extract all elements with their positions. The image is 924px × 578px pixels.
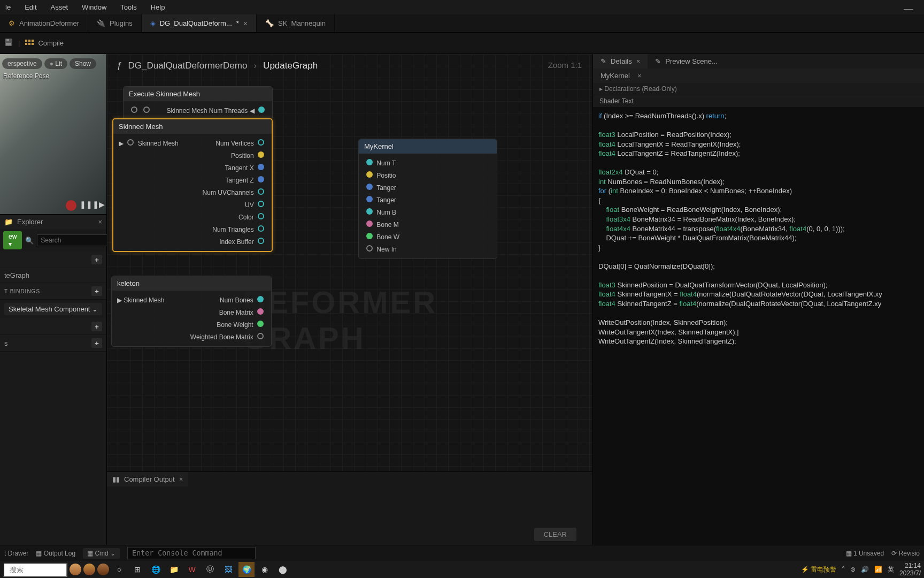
taskbar-icon[interactable] (70, 564, 81, 575)
tray-volume-icon[interactable]: 🔊 (861, 566, 869, 573)
menu-window[interactable]: Window (82, 3, 106, 11)
toolbar: | Compile (0, 33, 924, 54)
tray-network-icon[interactable]: ⊚ (850, 566, 856, 573)
tab-mannequin[interactable]: 🦴SK_Mannequin (257, 14, 335, 32)
compiler-output-tab[interactable]: ▮▮Compiler Output× (107, 472, 188, 486)
viewport-lit[interactable]: ● Lit (44, 58, 67, 69)
svg-rect-1 (6, 43, 11, 45)
tray-chevron-icon[interactable]: ˄ (842, 566, 845, 573)
windows-taskbar: ○ ⊞ 🌐 📁 W Ⓤ 🖼 🌍 ◉ ⬤ ⚡ 雷电预警 ˄ ⊚ 🔊 📶 英 21:… (0, 561, 924, 578)
close-icon[interactable]: × (243, 19, 248, 28)
record-button[interactable] (66, 200, 76, 211)
add-button[interactable]: + (91, 255, 102, 264)
node-title: Execute Skinned Mesh (124, 87, 272, 101)
tab-mykernel[interactable]: MyKernel× (593, 69, 924, 83)
svg-rect-4 (28, 40, 30, 42)
weather-widget[interactable]: ⚡ 雷电预警 (801, 565, 836, 574)
node-title: MyKernel (359, 139, 497, 154)
cortana-icon[interactable]: ○ (111, 562, 127, 577)
close-icon[interactable]: × (98, 218, 102, 226)
svg-rect-2 (6, 39, 9, 41)
details-panel: ✎Details× ✎Preview Scene... MyKernel× ▸ … (592, 54, 924, 546)
wps-icon[interactable]: W (184, 562, 200, 577)
compile-button[interactable]: Compile (25, 39, 64, 47)
taskbar-icon[interactable] (83, 564, 95, 575)
edge-icon[interactable]: 🌐 (148, 562, 164, 577)
tab-plugins[interactable]: 🔌Plugins (88, 14, 142, 32)
obs-icon[interactable]: ⬤ (275, 562, 291, 577)
tab-deformer-graph[interactable]: ◈DG_DualQuatDeform...*× (142, 14, 257, 32)
clock[interactable]: 21:142023/7/ (899, 562, 921, 577)
plug-icon: 🔌 (97, 19, 105, 27)
list-item[interactable]: s+ (0, 335, 106, 352)
step-button[interactable]: ❚▶ (93, 200, 102, 211)
document-tabs: ⚙AnimationDeformer 🔌Plugins ◈DG_DualQuat… (0, 14, 924, 33)
node-title: Skinned Mesh (113, 119, 272, 134)
bindings-header: T BINDINGS+ (0, 283, 106, 300)
graph-item[interactable]: teGraph (0, 268, 106, 283)
scene-icon: ✎ (655, 57, 661, 65)
svg-rect-7 (28, 43, 30, 45)
viewport-perspective[interactable]: erspective (2, 58, 42, 69)
node-skeleton[interactable]: keleton ▶ Skinned MeshNum Bones Bone Mat… (111, 276, 272, 347)
ime-indicator[interactable]: 英 (888, 565, 894, 574)
steam-icon[interactable]: ◉ (257, 562, 273, 577)
photos-icon[interactable]: 🖼 (220, 562, 236, 577)
node-execute-skinned-mesh[interactable]: Execute Skinned Mesh Skinned Mesh Num Th… (123, 86, 273, 120)
declarations-section[interactable]: ▸ Declarations (Read-Only) (593, 83, 924, 95)
svg-rect-3 (25, 40, 27, 42)
pause-button[interactable]: ❚❚ (80, 200, 89, 211)
minimize-button[interactable]: — (904, 3, 913, 14)
taskbar-search[interactable] (3, 562, 67, 577)
node-mykernel[interactable]: MyKernel Num T Positio Tanger Tanger Num… (358, 139, 497, 259)
console-input[interactable] (127, 547, 256, 559)
folder-icon: 📁 (4, 218, 13, 226)
tab-animation-deformer[interactable]: ⚙AnimationDeformer (0, 14, 88, 32)
node-title: keleton (112, 276, 271, 291)
content-drawer-button[interactable]: t Drawer (4, 550, 28, 557)
graph-canvas[interactable]: ƒ DG_DualQuatDeformerDemo › UpdateGraph … (107, 54, 592, 546)
tab-details[interactable]: ✎Details× (593, 54, 648, 69)
close-icon[interactable]: × (637, 72, 642, 80)
unreal-icon[interactable]: Ⓤ (202, 562, 218, 577)
taskview-icon[interactable]: ⊞ (129, 562, 145, 577)
tab-preview-scene[interactable]: ✎Preview Scene... (648, 54, 725, 69)
breadcrumb: ƒ DG_DualQuatDeformerDemo › UpdateGraph (117, 60, 318, 71)
close-icon[interactable]: × (636, 57, 641, 65)
cmd-selector[interactable]: ▦ Cmd ⌄ (83, 548, 120, 559)
output-log-button[interactable]: ▦ Output Log (36, 550, 75, 557)
close-icon[interactable]: × (179, 475, 183, 483)
menu-edit[interactable]: Edit (25, 3, 36, 11)
browser-icon[interactable]: 🌍 (238, 562, 255, 577)
taskbar-icon[interactable] (97, 564, 109, 575)
tray-wifi-icon[interactable]: 📶 (874, 566, 882, 573)
menu-file[interactable]: le (5, 3, 11, 11)
revision-button[interactable]: ⟳ Revisio (891, 550, 920, 557)
menu-asset[interactable]: Asset (51, 3, 68, 11)
menu-help[interactable]: Help (151, 3, 165, 11)
component-binding[interactable]: Skeletal Mesh Component ⌄ (4, 303, 102, 315)
clear-button[interactable]: CLEAR (534, 528, 576, 541)
node-skinned-mesh[interactable]: Skinned Mesh ▶ Skinned MeshNum Vertices … (112, 118, 273, 252)
save-button[interactable] (4, 38, 13, 48)
watermark: DEFORMER GRAPH (243, 284, 476, 356)
shader-text-header: Shader Text (593, 95, 924, 107)
add-button[interactable]: + (91, 322, 102, 331)
details-icon: ✎ (600, 57, 606, 65)
preview-viewport[interactable]: erspective ● Lit Show Reference Pose ❚❚ … (0, 54, 106, 215)
left-panel: erspective ● Lit Show Reference Pose ❚❚ … (0, 54, 107, 546)
breadcrumb-leaf[interactable]: UpdateGraph (263, 60, 318, 71)
bars-icon: ▮▮ (112, 475, 120, 483)
explorer-icon[interactable]: 📁 (166, 562, 182, 577)
add-button[interactable]: + (91, 338, 102, 348)
breadcrumb-root[interactable]: DG_DualQuatDeformerDemo (128, 60, 247, 71)
add-button[interactable]: + (91, 286, 102, 296)
explorer-header: 📁 Explorer × (0, 215, 106, 229)
viewport-show[interactable]: Show (70, 58, 96, 69)
unsaved-badge[interactable]: ▦ 1 Unsaved (846, 550, 884, 557)
menu-tools[interactable]: Tools (120, 3, 136, 11)
gear-icon: ⚙ (9, 19, 15, 27)
new-button[interactable]: ew ▾ (3, 231, 22, 249)
compiler-output-panel: ▮▮Compiler Output× CLEAR (107, 471, 592, 546)
shader-code-editor[interactable]: if (Index >= ReadNumThreads().x) return;… (593, 107, 924, 546)
